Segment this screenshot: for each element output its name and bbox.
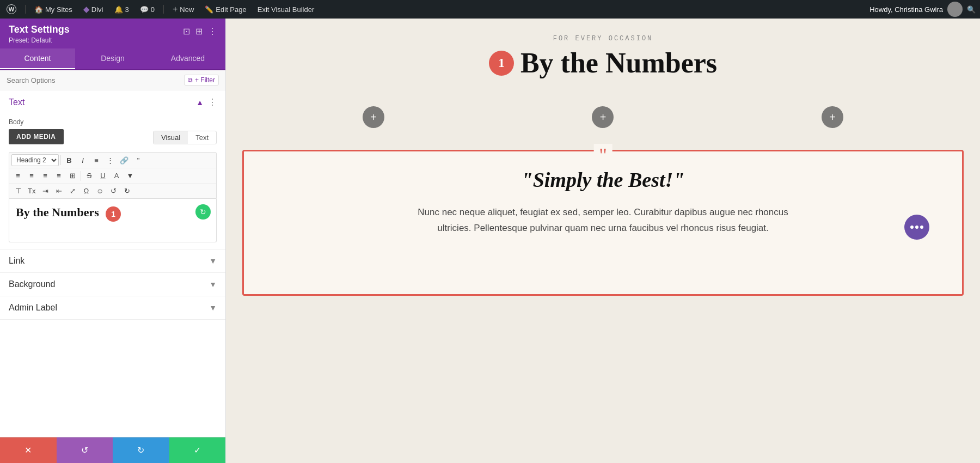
section-label: FOR EVERY OCCASION [237, 35, 969, 42]
editor-sync-button[interactable]: ↻ [195, 204, 211, 220]
sidebar-preset-dropdown[interactable]: Preset: Default [9, 36, 70, 44]
my-sites-label: My Sites [45, 5, 72, 14]
more-icon[interactable]: ⋮ [208, 26, 217, 36]
link-section-header[interactable]: Link ▼ [0, 249, 225, 272]
chat-icon: 💬 [140, 5, 149, 14]
background-section: Background ▼ [0, 273, 225, 296]
dot-1 [910, 226, 914, 229]
divi-link[interactable]: ◆ Divi [81, 5, 106, 14]
redo-action-button[interactable]: ↻ [113, 437, 169, 463]
quote-button[interactable]: " [132, 155, 145, 166]
sep1 [25, 5, 26, 14]
user-avatar[interactable] [947, 2, 963, 17]
sidebar-bottom-actions: ✕ ↺ ↻ ✓ [0, 437, 225, 463]
special-char-button[interactable]: Ω [79, 185, 93, 197]
edit-page-button[interactable]: ✏️ Edit Page [203, 5, 248, 14]
new-button[interactable]: + New [170, 4, 196, 14]
add-media-button[interactable]: ADD MEDIA [9, 129, 64, 144]
comments-label: 3 [125, 5, 129, 14]
comments-count[interactable]: 🔔 3 [112, 5, 131, 14]
bold-button[interactable]: B [63, 155, 76, 166]
text-section-title: Text [9, 98, 24, 107]
tab-design[interactable]: Design [75, 48, 150, 69]
new-label: New [180, 5, 194, 14]
add-col-btn-3[interactable]: + [822, 106, 843, 128]
align-justify-button[interactable]: ≡ [52, 170, 65, 181]
ol-button[interactable]: ⋮ [103, 155, 117, 166]
save-button[interactable]: ✓ [169, 437, 226, 463]
underline-button[interactable]: U [96, 170, 109, 181]
dot-3 [920, 226, 923, 229]
background-section-title: Background [9, 279, 55, 289]
divi-label: Divi [91, 5, 103, 14]
admin-label-section: Admin Label ▼ [0, 296, 225, 320]
link-section: Link ▼ [0, 249, 225, 273]
floating-menu-button[interactable] [904, 215, 929, 240]
visual-tab[interactable]: Visual [154, 131, 188, 144]
add-col-btn-1[interactable]: + [363, 106, 384, 128]
undo-action-button[interactable]: ↺ [57, 437, 113, 463]
editor-text: By the Numbers [16, 205, 99, 219]
link-section-title: Link [9, 256, 24, 266]
sidebar-title: Text Settings [9, 24, 70, 35]
tab-content[interactable]: Content [0, 48, 75, 69]
outdent-button[interactable]: ⇤ [52, 185, 65, 197]
toolbar-sep-2 [81, 171, 81, 181]
search-icon[interactable]: 🔍 [967, 5, 976, 14]
remove-format-button[interactable]: Tx [25, 185, 38, 197]
redo-button[interactable]: ↻ [120, 185, 133, 197]
exit-builder-button[interactable]: Exit Visual Builder [255, 5, 317, 14]
link-button[interactable]: 🔗 [117, 155, 131, 166]
add-col-btn-2[interactable]: + [592, 106, 614, 128]
text-color-button[interactable]: A [110, 170, 123, 181]
toolbar-row-3: ⊤ Tx ⇥ ⇤ ⤢ Ω ☺ ↺ ↻ [9, 184, 216, 198]
color-dropdown-button[interactable]: ▼ [124, 170, 137, 181]
text-section-header[interactable]: Text ▲ ⋮ [0, 90, 225, 114]
exit-builder-label: Exit Visual Builder [258, 5, 315, 14]
editor-content-area[interactable]: By the Numbers 1 ↻ [9, 199, 217, 242]
toolbar-row-2: ≡ ≡ ≡ ≡ ⊞ S U A ▼ [9, 168, 216, 184]
editor-toolbar: Heading 2 Heading 1 Heading 3 Paragraph … [9, 152, 217, 199]
divi-icon: ◆ [83, 5, 89, 14]
wp-logo[interactable]: W [4, 4, 19, 14]
cancel-button[interactable]: ✕ [0, 437, 57, 463]
filter-icon: ⧉ [188, 76, 193, 84]
sidebar-tabs: Content Design Advanced [0, 48, 225, 70]
edit-page-label: Edit Page [216, 5, 246, 14]
paste-text-button[interactable]: ⊤ [11, 185, 24, 197]
align-right-button[interactable]: ≡ [39, 170, 52, 181]
admin-label-section-title: Admin Label [9, 303, 57, 313]
chat-count[interactable]: 💬 0 [138, 5, 157, 14]
admin-label-section-header[interactable]: Admin Label ▼ [0, 296, 225, 319]
toolbar-row-1: Heading 2 Heading 1 Heading 3 Paragraph … [9, 153, 216, 168]
strikethrough-button[interactable]: S [83, 170, 96, 181]
search-input[interactable] [7, 76, 184, 84]
quote-section: " "Simply the Best!" Nunc nec neque aliq… [242, 150, 964, 296]
my-sites-link[interactable]: 🏠 My Sites [32, 5, 75, 14]
toolbar-sep-1 [60, 155, 61, 165]
emoji-button[interactable]: ☺ [93, 185, 106, 197]
text-section-more-icon[interactable]: ⋮ [208, 97, 217, 107]
minimize-icon[interactable]: ⊡ [183, 26, 190, 36]
heading-select[interactable]: Heading 2 Heading 1 Heading 3 Paragraph [11, 154, 59, 166]
ul-button[interactable]: ≡ [90, 155, 103, 166]
tab-advanced[interactable]: Advanced [150, 48, 225, 69]
fullscreen-button[interactable]: ⤢ [66, 185, 79, 197]
sidebar-header: Text Settings Preset: Default ⊡ ⊞ ⋮ [0, 19, 225, 48]
text-tab[interactable]: Text [188, 131, 216, 144]
user-label: Howdy, Christina Gwira [869, 5, 943, 14]
pencil-icon: ✏️ [205, 5, 213, 14]
section-title: 1 By the Numbers [237, 47, 969, 79]
align-left-button[interactable]: ≡ [11, 170, 24, 181]
filter-button[interactable]: ⧉ + Filter [184, 75, 219, 86]
background-section-header[interactable]: Background ▼ [0, 273, 225, 296]
table-button[interactable]: ⊞ [66, 170, 79, 181]
undo-button[interactable]: ↺ [107, 185, 120, 197]
expand-icon[interactable]: ⊞ [195, 26, 203, 36]
title-badge: 1 [489, 51, 514, 76]
align-center-button[interactable]: ≡ [25, 170, 38, 181]
admin-bar: W 🏠 My Sites ◆ Divi 🔔 3 💬 0 + New ✏️ Edi… [0, 0, 980, 19]
chevron-up-icon[interactable]: ▲ [196, 98, 204, 107]
italic-button[interactable]: I [76, 155, 89, 166]
indent-button[interactable]: ⇥ [39, 185, 52, 197]
